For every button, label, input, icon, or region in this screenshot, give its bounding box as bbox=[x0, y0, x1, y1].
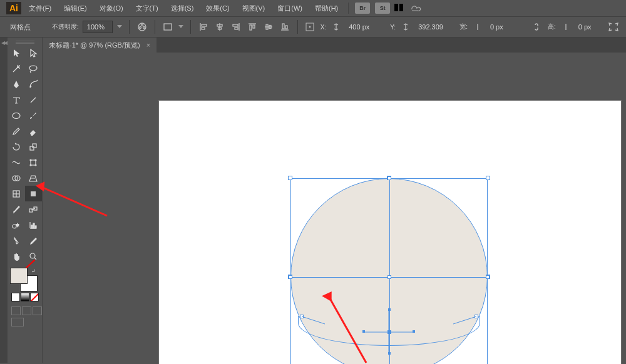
stock-button[interactable]: St bbox=[375, 3, 390, 14]
pencil-tool[interactable] bbox=[8, 123, 25, 139]
hand-tool[interactable] bbox=[8, 248, 25, 264]
anchor-top[interactable] bbox=[387, 176, 391, 180]
bridge-button[interactable]: Br bbox=[355, 3, 370, 14]
y-field[interactable]: 392.309 bbox=[416, 21, 454, 33]
w-field: 0 px bbox=[488, 21, 526, 33]
menu-select[interactable]: 选择(S) bbox=[166, 1, 199, 16]
draw-inside-icon[interactable] bbox=[33, 306, 42, 315]
shape-builder-tool[interactable] bbox=[8, 170, 25, 186]
svg-rect-9 bbox=[202, 28, 205, 29]
menu-help[interactable]: 帮助(H) bbox=[310, 1, 343, 16]
selection-tool[interactable] bbox=[8, 45, 25, 61]
slice-tool[interactable] bbox=[8, 233, 25, 248]
handle-top-right[interactable] bbox=[486, 176, 490, 180]
opacity-field[interactable]: 100% bbox=[83, 21, 113, 33]
lasso-tool[interactable] bbox=[25, 61, 43, 76]
svg-rect-23 bbox=[282, 24, 284, 29]
panel-collapse-tab[interactable]: ◀◀ bbox=[0, 38, 8, 363]
app-logo: Ai bbox=[6, 2, 21, 14]
curvature-tool[interactable] bbox=[25, 76, 43, 92]
selected-object[interactable] bbox=[290, 178, 488, 364]
draw-behind-icon[interactable] bbox=[22, 306, 31, 315]
direction-handle[interactable] bbox=[362, 330, 365, 333]
direction-handle[interactable] bbox=[388, 308, 391, 311]
none-color-icon[interactable] bbox=[30, 293, 39, 301]
arrange-docs-icon[interactable] bbox=[394, 3, 404, 13]
menu-divider bbox=[348, 3, 349, 14]
menu-type[interactable]: 文字(T) bbox=[131, 1, 163, 16]
align-icon[interactable] bbox=[162, 21, 174, 33]
reference-point-icon[interactable] bbox=[304, 21, 316, 33]
ellipse-tool[interactable] bbox=[8, 108, 25, 123]
rotate-tool[interactable] bbox=[8, 139, 25, 154]
v-align-bottom-icon[interactable] bbox=[279, 21, 291, 33]
pen-tool[interactable] bbox=[8, 76, 25, 92]
menu-view[interactable]: 视图(V) bbox=[237, 1, 270, 16]
separator bbox=[297, 20, 298, 34]
h-align-left-icon[interactable] bbox=[197, 21, 210, 33]
h-align-right-icon[interactable] bbox=[230, 21, 242, 33]
anchor-mesh-r[interactable] bbox=[475, 315, 478, 318]
direction-handle[interactable] bbox=[388, 352, 391, 355]
screen-toggle[interactable] bbox=[11, 318, 42, 326]
w-link-icon bbox=[471, 21, 484, 33]
menu-object[interactable]: 对象(O) bbox=[95, 1, 128, 16]
close-tab-icon[interactable]: × bbox=[146, 41, 150, 49]
x-link-icon[interactable] bbox=[330, 21, 342, 33]
anchor-right[interactable] bbox=[486, 275, 490, 279]
logo-text: Ai bbox=[9, 3, 18, 13]
mesh-tool[interactable] bbox=[8, 186, 25, 201]
expand-icon[interactable] bbox=[607, 21, 620, 33]
svg-rect-15 bbox=[235, 28, 238, 29]
panel-grabber[interactable] bbox=[8, 39, 42, 45]
gradient-color-icon[interactable] bbox=[21, 293, 29, 301]
separator bbox=[190, 20, 191, 34]
direct-selection-tool[interactable] bbox=[25, 45, 43, 61]
scale-tool[interactable] bbox=[25, 139, 43, 154]
graph-tool[interactable] bbox=[25, 217, 43, 233]
line-tool[interactable] bbox=[25, 92, 43, 108]
fill-color-swatch[interactable] bbox=[10, 268, 28, 284]
blend-tool[interactable] bbox=[25, 201, 43, 217]
anchor-mesh-l[interactable] bbox=[300, 315, 304, 318]
anchor-mesh-selected[interactable] bbox=[387, 330, 391, 334]
eyedropper-tool[interactable] bbox=[8, 201, 25, 217]
artboard-tool[interactable] bbox=[25, 186, 43, 201]
magic-wand-tool[interactable] bbox=[8, 61, 25, 76]
direction-handle[interactable] bbox=[413, 330, 415, 333]
menu-window[interactable]: 窗口(W) bbox=[272, 1, 307, 16]
free-transform-tool[interactable] bbox=[25, 154, 43, 170]
perspective-tool[interactable] bbox=[25, 170, 43, 186]
align-dropdown[interactable] bbox=[178, 24, 184, 30]
constrain-icon[interactable] bbox=[530, 21, 543, 33]
v-align-middle-icon[interactable] bbox=[262, 21, 275, 33]
anchor-left[interactable] bbox=[289, 275, 292, 279]
symbol-tool[interactable] bbox=[8, 217, 25, 233]
menu-edit[interactable]: 编辑(E) bbox=[59, 1, 92, 16]
gradient-tool[interactable] bbox=[25, 233, 43, 248]
v-align-top-icon[interactable] bbox=[246, 21, 259, 33]
width-tool[interactable] bbox=[8, 154, 25, 170]
opacity-dropdown[interactable] bbox=[116, 24, 123, 30]
svg-rect-30 bbox=[33, 144, 36, 148]
solid-color-icon[interactable] bbox=[11, 293, 20, 301]
y-link-icon[interactable] bbox=[399, 21, 412, 33]
menu-effect[interactable]: 效果(C) bbox=[201, 1, 234, 16]
menu-file[interactable]: 文件(F) bbox=[24, 1, 56, 16]
handle-top-left[interactable] bbox=[288, 176, 292, 180]
document-tab[interactable]: 未标题-1* @ 97% (RGB/预览) × bbox=[43, 38, 157, 53]
draw-normal-icon[interactable] bbox=[11, 306, 21, 315]
canvas-area[interactable]: 未标题-1* @ 97% (RGB/预览) × bbox=[43, 38, 626, 363]
anchor-center[interactable] bbox=[387, 275, 391, 279]
recolor-icon[interactable] bbox=[136, 21, 148, 33]
type-tool[interactable] bbox=[8, 92, 25, 108]
brush-tool[interactable] bbox=[25, 108, 43, 123]
sync-icon[interactable] bbox=[409, 3, 421, 13]
h-align-center-icon[interactable] bbox=[213, 21, 226, 33]
swap-colors-icon[interactable]: ⤾ bbox=[31, 268, 36, 274]
screen-mode-icon[interactable] bbox=[11, 318, 24, 326]
color-well[interactable]: ⤾ bbox=[10, 268, 38, 291]
screen-mode-row bbox=[11, 306, 42, 315]
x-field[interactable]: 400 px bbox=[346, 21, 385, 33]
eraser-tool[interactable] bbox=[25, 123, 43, 139]
